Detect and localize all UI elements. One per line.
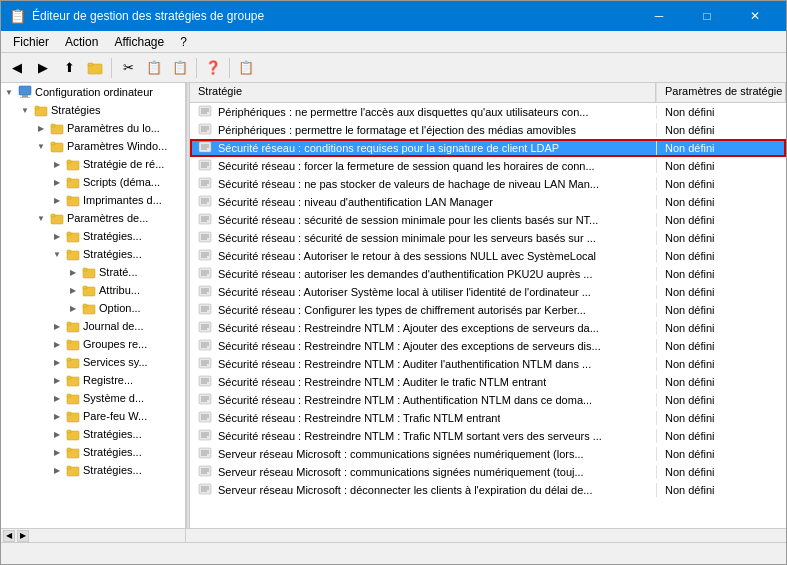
tree-node[interactable]: ▶Stratégies... <box>1 443 185 461</box>
list-row[interactable]: Périphériques : permettre le formatage e… <box>190 121 786 139</box>
list-row[interactable]: Sécurité réseau : Restreindre NTLM : Aut… <box>190 391 786 409</box>
tree-expander[interactable]: ▼ <box>49 246 65 262</box>
list-row[interactable]: Sécurité réseau : niveau d'authentificat… <box>190 193 786 211</box>
svg-rect-38 <box>67 394 71 397</box>
hscroll-right-arrow[interactable]: ▶ <box>17 530 29 542</box>
list-row[interactable]: Sécurité réseau : forcer la fermeture de… <box>190 157 786 175</box>
tree-folder-icon <box>65 354 81 370</box>
up-button[interactable]: ⬆ <box>57 56 81 80</box>
tree-node[interactable]: ▶Pare-feu W... <box>1 407 185 425</box>
tree-expander[interactable]: ▼ <box>17 102 33 118</box>
forward-button[interactable]: ▶ <box>31 56 55 80</box>
list-cell-params: Non défini <box>656 231 786 245</box>
toolbar-separator-2 <box>196 58 197 78</box>
tree-folder-icon <box>81 300 97 316</box>
extra-button[interactable]: 📋 <box>234 56 258 80</box>
tree-node[interactable]: ▶Journal de... <box>1 317 185 335</box>
col-header-strategy[interactable]: Stratégie <box>190 83 656 102</box>
tree-expander[interactable]: ▶ <box>65 282 81 298</box>
list-row[interactable]: Sécurité réseau : Configurer les types d… <box>190 301 786 319</box>
tree-expander[interactable]: ▶ <box>49 336 65 352</box>
tree-expander[interactable]: ▶ <box>49 192 65 208</box>
menu-fichier[interactable]: Fichier <box>5 33 57 51</box>
tree-node[interactable]: ▶Straté... <box>1 263 185 281</box>
list-row[interactable]: Sécurité réseau : autoriser les demandes… <box>190 265 786 283</box>
list-row[interactable]: Sécurité réseau : Autoriser Système loca… <box>190 283 786 301</box>
tree-node[interactable]: ▶Registre... <box>1 371 185 389</box>
tree-node[interactable]: ▶Imprimantes d... <box>1 191 185 209</box>
list-row[interactable]: Sécurité réseau : Restreindre NTLM : Aud… <box>190 373 786 391</box>
tree-expander[interactable]: ▼ <box>1 84 17 100</box>
list-row[interactable]: Sécurité réseau : Autoriser le retour à … <box>190 247 786 265</box>
help-button[interactable]: ❓ <box>201 56 225 80</box>
hscroll-area: ◀ ▶ <box>1 528 786 542</box>
tree-node[interactable]: ▶Services sy... <box>1 353 185 371</box>
tree-node[interactable]: ▶Stratégies... <box>1 227 185 245</box>
tree-expander[interactable]: ▶ <box>65 300 81 316</box>
tree-folder-icon <box>65 390 81 406</box>
tree-node[interactable]: ▶Stratégie de ré... <box>1 155 185 173</box>
tree-expander[interactable]: ▶ <box>49 426 65 442</box>
back-button[interactable]: ◀ <box>5 56 29 80</box>
list-row[interactable]: Sécurité réseau : sécurité de session mi… <box>190 211 786 229</box>
tree-expander[interactable]: ▶ <box>49 372 65 388</box>
list-row[interactable]: Sécurité réseau : Restreindre NTLM : Ajo… <box>190 319 786 337</box>
tree-node[interactable]: ▶Scripts (déma... <box>1 173 185 191</box>
tree-node[interactable]: ▶Paramètres du lo... <box>1 119 185 137</box>
tree-node[interactable]: ▶Stratégies... <box>1 461 185 479</box>
tree-expander[interactable]: ▶ <box>49 354 65 370</box>
list-cell-strategy-label: Périphériques : permettre le formatage e… <box>218 124 576 136</box>
tree-node[interactable]: ▼Stratégies... <box>1 245 185 263</box>
tree-expander[interactable]: ▼ <box>33 210 49 226</box>
list-row[interactable]: Sécurité réseau : sécurité de session mi… <box>190 229 786 247</box>
tree-expander[interactable]: ▼ <box>33 138 49 154</box>
copy-button[interactable]: 📋 <box>142 56 166 80</box>
tree-node[interactable]: ▶Attribu... <box>1 281 185 299</box>
list-row[interactable]: Serveur réseau Microsoft : communication… <box>190 463 786 481</box>
list-cell-params: Non défini <box>656 123 786 137</box>
list-row[interactable]: Sécurité réseau : Restreindre NTLM : Tra… <box>190 409 786 427</box>
tree-node[interactable]: ▶Système d... <box>1 389 185 407</box>
list-row[interactable]: Sécurité réseau : Restreindre NTLM : Aud… <box>190 355 786 373</box>
list-row[interactable]: Sécurité réseau : Restreindre NTLM : Tra… <box>190 427 786 445</box>
tree-node[interactable]: ▼Paramètres Windo... <box>1 137 185 155</box>
close-button[interactable]: ✕ <box>732 1 778 31</box>
tree-folder-icon <box>65 426 81 442</box>
paste-button[interactable]: 📋 <box>168 56 192 80</box>
list-row[interactable]: Sécurité réseau : conditions requises po… <box>190 139 786 157</box>
tree-expander[interactable]: ▶ <box>49 408 65 424</box>
tree-node[interactable]: ▶Option... <box>1 299 185 317</box>
tree-expander[interactable]: ▶ <box>49 318 65 334</box>
tree-expander[interactable]: ▶ <box>65 264 81 280</box>
tree-node[interactable]: ▼Configuration ordinateur <box>1 83 185 101</box>
tree-folder-icon <box>65 192 81 208</box>
list-row-icon <box>198 140 214 157</box>
tree-node-label: Stratégies... <box>83 428 142 440</box>
list-cell-strategy: Serveur réseau Microsoft : communication… <box>190 445 656 464</box>
tree-expander[interactable]: ▶ <box>49 444 65 460</box>
list-row[interactable]: Sécurité réseau : Restreindre NTLM : Ajo… <box>190 337 786 355</box>
folder-button[interactable] <box>83 56 107 80</box>
menu-action[interactable]: Action <box>57 33 106 51</box>
col-header-params[interactable]: Paramètres de stratégie <box>656 83 786 102</box>
tree-node[interactable]: ▶Stratégies... <box>1 425 185 443</box>
tree-node[interactable]: ▶Groupes re... <box>1 335 185 353</box>
tree-node[interactable]: ▼Paramètres de... <box>1 209 185 227</box>
tree-expander[interactable]: ▶ <box>33 120 49 136</box>
list-row[interactable]: Sécurité réseau : ne pas stocker de vale… <box>190 175 786 193</box>
tree-expander[interactable]: ▶ <box>49 390 65 406</box>
tree-expander[interactable]: ▶ <box>49 462 65 478</box>
minimize-button[interactable]: ─ <box>636 1 682 31</box>
list-row[interactable]: Serveur réseau Microsoft : communication… <box>190 445 786 463</box>
list-row[interactable]: Périphériques : ne permettre l'accès aux… <box>190 103 786 121</box>
cut-button[interactable]: ✂ <box>116 56 140 80</box>
list-row[interactable]: Serveur réseau Microsoft : déconnecter l… <box>190 481 786 499</box>
menu-help[interactable]: ? <box>172 33 195 51</box>
maximize-button[interactable]: □ <box>684 1 730 31</box>
hscroll-left-arrow[interactable]: ◀ <box>3 530 15 542</box>
tree-node[interactable]: ▼Stratégies <box>1 101 185 119</box>
tree-expander[interactable]: ▶ <box>49 174 65 190</box>
menu-affichage[interactable]: Affichage <box>106 33 172 51</box>
tree-expander[interactable]: ▶ <box>49 156 65 172</box>
tree-expander[interactable]: ▶ <box>49 228 65 244</box>
